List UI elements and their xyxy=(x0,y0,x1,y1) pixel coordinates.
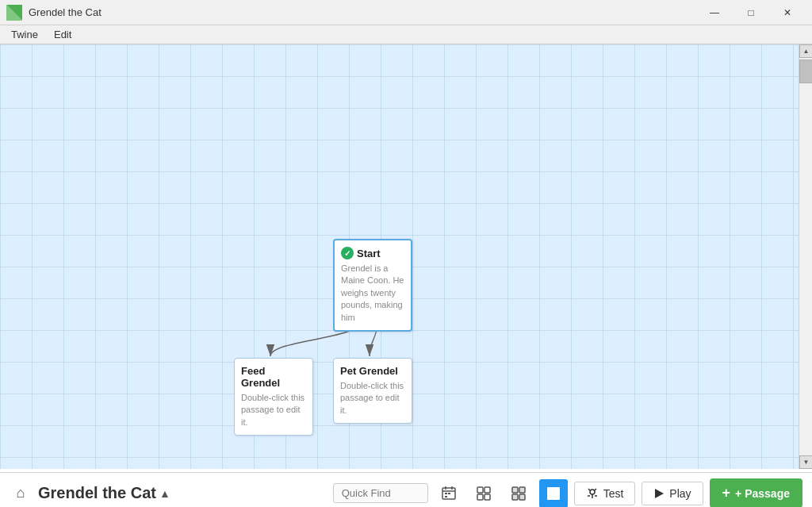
svg-point-19 xyxy=(590,490,595,494)
grid-small-icon xyxy=(476,486,492,501)
story-title-bottom[interactable]: Grendel the Cat ▲ xyxy=(38,484,170,502)
grid-large-icon-button[interactable] xyxy=(504,479,533,508)
scroll-up-button[interactable]: ▲ xyxy=(799,44,812,58)
svg-rect-10 xyxy=(477,487,483,493)
play-icon xyxy=(653,488,665,499)
start-icon xyxy=(341,247,354,259)
svg-rect-12 xyxy=(477,494,483,500)
menu-edit[interactable]: Edit xyxy=(46,25,79,44)
maximize-button[interactable]: □ xyxy=(733,0,769,25)
passage-pet-title: Pet Grendel xyxy=(340,365,405,377)
passage-start-title: Start xyxy=(341,247,404,259)
bug-icon xyxy=(586,487,599,500)
calendar-icon-button[interactable] xyxy=(435,479,463,508)
grid-large-icon xyxy=(511,486,527,501)
main-layout: Start Grendel is a Maine Coon. He weighs… xyxy=(0,44,812,507)
close-button[interactable]: ✕ xyxy=(769,0,806,25)
passage-feed-body: Double-click this passage to edit it. xyxy=(241,392,306,428)
svg-line-24 xyxy=(595,489,596,490)
svg-rect-13 xyxy=(485,494,490,500)
passage-feed-title: Feed Grendel xyxy=(241,365,306,389)
scroll-down-button[interactable]: ▼ xyxy=(799,455,812,469)
titlebar-controls: — □ ✕ xyxy=(696,0,806,25)
titlebar: Grendel the Cat — □ ✕ xyxy=(0,0,812,25)
svg-rect-8 xyxy=(448,493,450,494)
story-title-arrow: ▲ xyxy=(159,487,170,500)
bottom-toolbar: ⌂ Grendel the Cat ▲ xyxy=(0,472,812,507)
passage-pet[interactable]: Pet Grendel Double-click this passage to… xyxy=(333,358,412,424)
play-button[interactable]: Play xyxy=(642,482,703,505)
svg-rect-7 xyxy=(445,493,447,494)
calendar-icon xyxy=(441,486,457,501)
svg-rect-17 xyxy=(519,494,525,500)
add-passage-button[interactable]: + + Passage xyxy=(710,478,802,507)
minimize-button[interactable]: — xyxy=(696,0,733,25)
titlebar-left: Grendel the Cat xyxy=(6,5,102,21)
list-icon xyxy=(546,486,561,501)
scrollbar-vertical[interactable]: ▲ ▼ xyxy=(799,44,812,469)
quick-find-input[interactable] xyxy=(333,483,428,503)
passage-start[interactable]: Start Grendel is a Maine Coon. He weighs… xyxy=(333,239,412,332)
svg-rect-9 xyxy=(445,496,447,497)
app-icon xyxy=(6,5,22,21)
svg-rect-11 xyxy=(485,487,490,493)
grid-small-icon-button[interactable] xyxy=(469,479,498,508)
canvas-area[interactable]: Start Grendel is a Maine Coon. He weighs… xyxy=(0,44,799,469)
passage-start-body: Grendel is a Maine Coon. He weighs twent… xyxy=(341,263,404,324)
list-icon-button[interactable] xyxy=(539,479,568,508)
passage-feed[interactable]: Feed Grendel Double-click this passage t… xyxy=(234,358,313,436)
menubar: Twine Edit xyxy=(0,25,812,44)
svg-rect-15 xyxy=(519,487,525,493)
svg-rect-18 xyxy=(547,487,560,500)
home-button[interactable]: ⌂ xyxy=(10,482,32,505)
passage-pet-body: Double-click this passage to edit it. xyxy=(340,380,405,417)
menu-twine[interactable]: Twine xyxy=(3,25,46,44)
scroll-thumb[interactable] xyxy=(799,60,812,83)
svg-rect-14 xyxy=(512,487,518,493)
svg-marker-25 xyxy=(655,489,664,498)
svg-line-23 xyxy=(588,489,590,490)
plus-icon: + xyxy=(722,485,731,501)
window-title: Grendel the Cat xyxy=(29,6,102,18)
test-button[interactable]: Test xyxy=(574,482,636,505)
svg-rect-16 xyxy=(512,494,518,500)
